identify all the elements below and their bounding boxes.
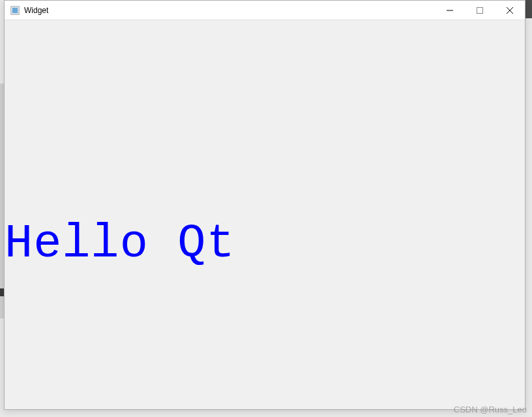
window-controls: [435, 1, 525, 20]
close-icon: [507, 7, 513, 14]
maximize-button[interactable]: [465, 1, 495, 20]
minimize-button[interactable]: [435, 1, 465, 20]
window-title: Widget: [24, 6, 48, 15]
hello-label: Hello Qt: [5, 217, 235, 271]
svg-rect-3: [477, 8, 483, 14]
svg-rect-1: [12, 7, 18, 13]
maximize-icon: [477, 7, 483, 14]
client-area: Hello Qt: [5, 20, 525, 409]
titlebar[interactable]: Widget: [5, 1, 525, 20]
watermark-text: CSDN @Russ_Leo: [454, 405, 527, 414]
application-window: Widget Hello Qt: [4, 0, 525, 410]
minimize-icon: [447, 7, 453, 14]
background-right-fragment: [525, 0, 532, 18]
close-button[interactable]: [495, 1, 525, 20]
app-icon: [10, 5, 20, 16]
